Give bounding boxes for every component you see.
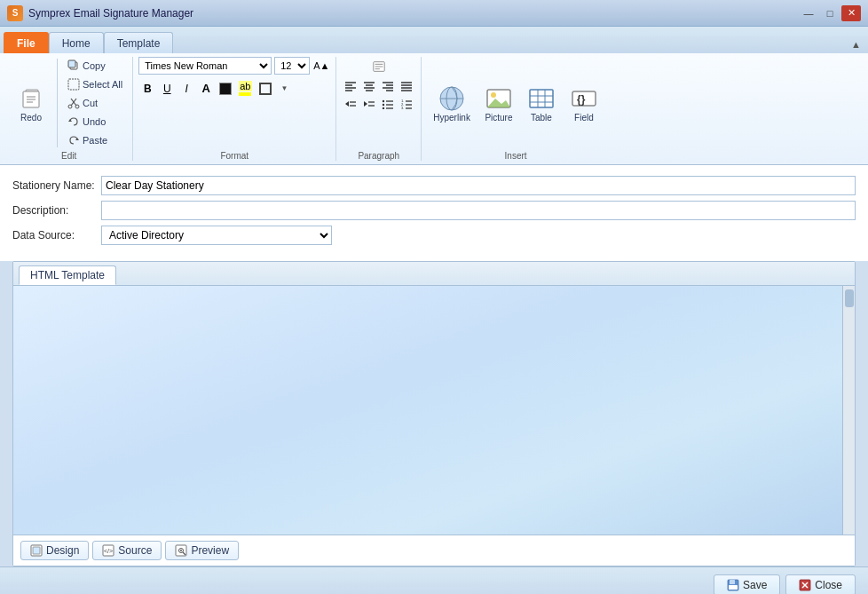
design-button[interactable]: Design	[20, 541, 89, 560]
highlight-button[interactable]: ab	[236, 79, 254, 98]
align-left-button[interactable]	[342, 78, 359, 94]
indent-increase-button[interactable]	[360, 96, 378, 112]
minimize-button[interactable]: —	[799, 5, 818, 21]
align-center-button[interactable]	[360, 78, 378, 94]
special-format-button[interactable]	[367, 57, 391, 76]
redo-icon	[67, 134, 80, 147]
picture-label: Picture	[485, 113, 512, 123]
cut-button[interactable]: Cut	[63, 94, 127, 112]
svg-point-10	[68, 105, 72, 108]
bottom-toolbar: Design </> Source Preview	[13, 535, 855, 566]
align-right-button[interactable]	[379, 78, 397, 94]
source-button[interactable]: </> Source	[92, 541, 162, 560]
preview-icon	[175, 544, 187, 557]
undo-label: Undo	[83, 116, 106, 127]
hyperlink-label: Hyperlink	[433, 113, 470, 123]
tab-template[interactable]: Template	[104, 32, 174, 53]
redo-button[interactable]: Paste	[63, 131, 127, 149]
select-all-label: Select All	[83, 79, 122, 90]
paragraph-group-content: 1. 2. 3.	[342, 57, 415, 149]
template-container: HTML Template Design </> Source	[12, 261, 856, 566]
cut-label: Cut	[83, 98, 98, 108]
data-source-select[interactable]: Active Directory Exchange Custom	[101, 226, 332, 245]
font-row: Times New Roman Arial Calibri 12 10 14 1…	[138, 57, 330, 75]
scrollbar-thumb[interactable]	[845, 289, 854, 307]
html-template-tab[interactable]: HTML Template	[19, 265, 116, 285]
list-unordered-icon	[382, 99, 394, 109]
editor-area[interactable]	[13, 286, 855, 535]
field-button[interactable]: {} Field	[564, 81, 604, 126]
underline-button[interactable]: U	[158, 81, 176, 97]
copy-label: Copy	[83, 60, 106, 71]
svg-marker-37	[364, 101, 367, 107]
insert-group-label: Insert	[505, 151, 527, 161]
redo-label: Paste	[83, 135, 107, 146]
indent-row: 1. 2. 3.	[342, 96, 415, 112]
table-button[interactable]: Table	[521, 81, 562, 126]
list-ordered-button[interactable]: 1. 2. 3.	[398, 96, 415, 112]
preview-button[interactable]: Preview	[165, 541, 239, 560]
background-color-swatch	[219, 83, 232, 95]
tab-file[interactable]: File	[4, 32, 49, 53]
italic-button[interactable]: I	[178, 81, 195, 97]
ribbon-group-insert: Hyperlink Picture	[422, 57, 610, 161]
ribbon-collapse-button[interactable]: ▲	[848, 36, 864, 53]
tab-home[interactable]: Home	[49, 32, 104, 53]
svg-text:</>: </>	[104, 548, 113, 554]
close-icon-btn	[799, 579, 811, 591]
svg-point-11	[75, 105, 79, 108]
font-size-select[interactable]: 12 10 14 16	[274, 57, 310, 75]
data-source-row: Data Source: Active Directory Exchange C…	[12, 226, 856, 245]
align-center-icon	[363, 81, 375, 91]
field-label: Field	[574, 113, 594, 123]
font-family-select[interactable]: Times New Roman Arial Calibri	[138, 57, 272, 75]
background-color-button[interactable]	[217, 81, 234, 97]
cut-icon	[67, 97, 80, 109]
editor-scrollbar[interactable]	[842, 286, 855, 535]
close-window-button[interactable]: ✕	[841, 5, 861, 21]
format-dropdown-button[interactable]: ▼	[276, 81, 294, 97]
align-justify-button[interactable]	[398, 78, 415, 94]
ribbon-group-format: Times New Roman Arial Calibri 12 10 14 1…	[133, 57, 336, 161]
paste-button[interactable]: Redo	[11, 81, 51, 126]
indent-increase-icon	[363, 99, 375, 109]
svg-point-41	[383, 104, 384, 106]
border-button[interactable]	[256, 81, 274, 97]
list-unordered-button[interactable]	[379, 96, 397, 112]
edit-stack: Copy Select All Cut	[63, 57, 127, 149]
description-label: Description:	[12, 204, 101, 217]
svg-rect-66	[33, 547, 40, 554]
svg-point-71	[180, 550, 182, 551]
svg-point-42	[383, 107, 384, 109]
special-format-icon	[371, 59, 387, 74]
maximize-button[interactable]: □	[820, 5, 840, 21]
picture-button[interactable]: Picture	[478, 81, 519, 126]
stationery-name-input[interactable]	[101, 176, 856, 195]
undo-button[interactable]: Undo	[63, 113, 127, 131]
save-icon	[727, 579, 739, 591]
design-icon	[30, 544, 43, 557]
copy-icon	[67, 59, 80, 72]
copy-button[interactable]: Copy	[63, 57, 127, 75]
ribbon-toolbar: Redo Copy Select All	[0, 53, 868, 165]
save-button[interactable]: Save	[714, 574, 780, 594]
svg-rect-6	[68, 60, 75, 67]
close-label: Close	[815, 579, 842, 591]
save-label: Save	[743, 579, 767, 591]
edit-group-label: Edit	[61, 151, 76, 161]
bold-button[interactable]: B	[138, 81, 156, 97]
grow-font-button[interactable]: A▲	[312, 58, 330, 74]
svg-point-56	[491, 92, 496, 98]
title-bar-buttons: — □ ✕	[799, 5, 861, 21]
insert-group-content: Hyperlink Picture	[427, 57, 604, 149]
indent-decrease-button[interactable]	[342, 96, 359, 112]
source-label: Source	[118, 544, 152, 557]
description-input[interactable]	[101, 201, 856, 220]
text-color-button[interactable]: A	[197, 81, 215, 97]
hyperlink-button[interactable]: Hyperlink	[427, 81, 477, 126]
ribbon-group-paragraph: 1. 2. 3. Paragraph	[336, 57, 422, 161]
align-row-1	[342, 78, 415, 94]
close-button[interactable]: Close	[785, 574, 856, 594]
picture-icon	[485, 84, 513, 113]
select-all-button[interactable]: Select All	[63, 75, 127, 93]
